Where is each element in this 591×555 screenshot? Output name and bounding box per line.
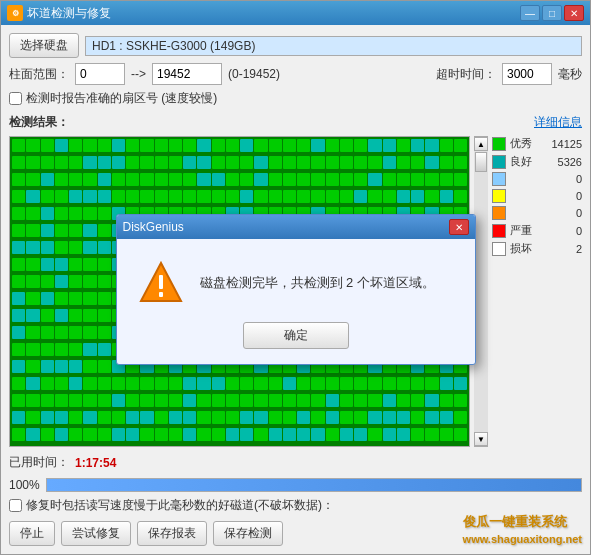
dialog-body: 磁盘检测完毕，共检测到 2 个坏道区域。 <box>117 239 475 322</box>
main-content: 选择硬盘 HD1 : SSKHE-G3000 (149GB) 柱面范围： -->… <box>1 25 590 554</box>
window-title: 坏道检测与修复 <box>27 5 520 22</box>
svg-rect-2 <box>159 292 163 297</box>
svg-rect-1 <box>159 275 163 289</box>
warning-icon <box>137 259 185 307</box>
window-controls: — □ ✕ <box>520 5 584 21</box>
main-window: ⚙ 坏道检测与修复 — □ ✕ 选择硬盘 HD1 : SSKHE-G3000 (… <box>0 0 591 555</box>
dialog-ok-button[interactable]: 确定 <box>243 322 349 349</box>
app-icon: ⚙ <box>7 5 23 21</box>
dialog-footer: 确定 <box>117 322 475 364</box>
dialog-title: DiskGenius <box>123 220 449 234</box>
dialog-close-button[interactable]: ✕ <box>449 219 469 235</box>
alert-dialog: DiskGenius ✕ 磁盘检测完毕，共检测到 2 个坏道区域。 确定 <box>116 214 476 365</box>
dialog-title-bar: DiskGenius ✕ <box>117 215 475 239</box>
dialog-overlay: DiskGenius ✕ 磁盘检测完毕，共检测到 2 个坏道区域。 确定 <box>1 25 590 554</box>
close-button[interactable]: ✕ <box>564 5 584 21</box>
dialog-message: 磁盘检测完毕，共检测到 2 个坏道区域。 <box>200 273 435 293</box>
maximize-button[interactable]: □ <box>542 5 562 21</box>
title-bar: ⚙ 坏道检测与修复 — □ ✕ <box>1 1 590 25</box>
minimize-button[interactable]: — <box>520 5 540 21</box>
